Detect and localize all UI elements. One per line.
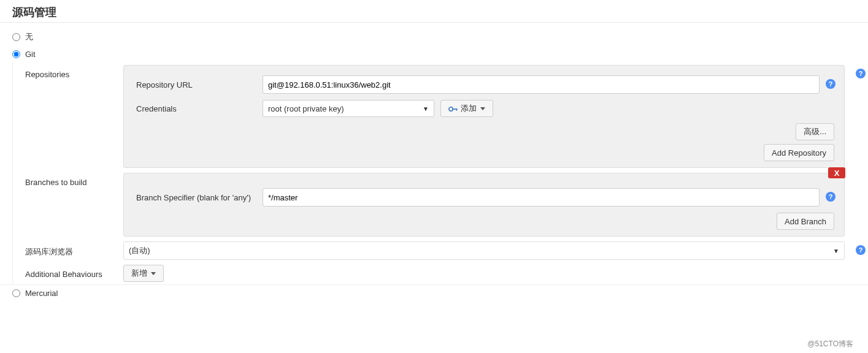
radio-git[interactable] [12,50,20,58]
branches-label: Branches to build [25,173,123,187]
section-heading: 源码管理 [0,0,868,23]
repo-browser-label: 源码库浏览器 [25,241,123,257]
add-behaviour-label: 新增 [131,268,147,279]
svg-point-0 [449,107,453,111]
additional-behaviours-label: Additional Behaviours [25,265,123,279]
add-credentials-label: 添加 [461,103,477,114]
help-icon[interactable]: ? [826,79,835,89]
advanced-button[interactable]: 高级... [796,123,834,140]
repo-url-label: Repository URL [134,80,263,89]
radio-mercurial[interactable] [12,289,20,297]
scm-option-git[interactable]: Git [0,46,868,63]
add-behaviour-button[interactable]: 新增 [123,265,164,282]
repositories-row: Repositories Repository URL ? Credential… [13,63,868,170]
add-repository-button[interactable]: Add Repository [764,144,834,161]
svg-rect-2 [456,108,458,110]
additional-behaviours-row: Additional Behaviours 新增 [13,262,868,284]
branch-specifier-input[interactable] [263,188,820,207]
chevron-down-icon: ▼ [423,105,429,112]
branch-specifier-label: Branch Specifier (blank for 'any') [134,193,263,202]
git-config-body: Repositories Repository URL ? Credential… [12,63,868,284]
credentials-label: Credentials [134,104,263,113]
help-icon[interactable]: ? [856,69,866,78]
branches-row: Branches to build X Branch Specifier (bl… [13,170,868,239]
radio-mercurial-label: Mercurial [25,289,58,298]
scm-option-none[interactable]: 无 [0,28,868,46]
key-icon [448,106,457,111]
remove-branch-button[interactable]: X [828,167,845,178]
repo-browser-row: 源码库浏览器 (自动) ▼ ? [13,239,868,262]
radio-none[interactable] [12,33,20,41]
chevron-down-icon [480,107,485,110]
scm-option-mercurial[interactable]: Mercurial [0,284,868,302]
repositories-panel: Repository URL ? Credentials root (root … [123,65,845,168]
help-icon[interactable]: ? [826,192,835,202]
repo-url-input[interactable] [263,75,820,94]
branches-panel: X Branch Specifier (blank for 'any') ? A… [123,173,845,237]
repo-browser-selected: (自动) [129,245,150,256]
repositories-label: Repositories [25,65,123,79]
repo-browser-select[interactable]: (自动) ▼ [123,241,845,260]
add-credentials-button[interactable]: 添加 [440,100,493,117]
radio-none-label: 无 [25,31,33,42]
chevron-down-icon [151,272,156,275]
add-branch-button[interactable]: Add Branch [777,213,834,230]
help-icon[interactable]: ? [856,245,866,255]
credentials-select[interactable]: root (root private key) ▼ [263,100,434,117]
radio-git-label: Git [25,50,36,59]
credentials-selected: root (root private key) [268,104,344,113]
chevron-down-icon: ▼ [833,248,839,254]
